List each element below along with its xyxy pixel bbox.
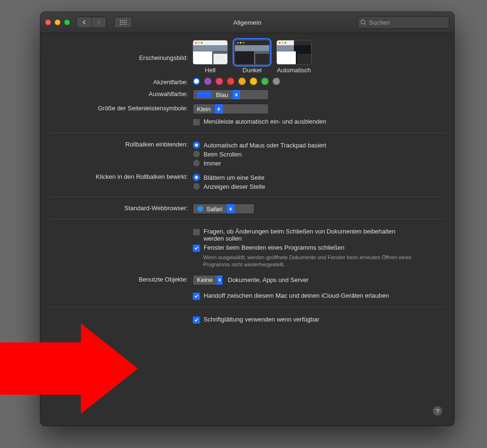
radio-option[interactable]: Anzeigen dieser Stelle <box>193 183 445 190</box>
accent-swatch[interactable] <box>204 78 212 85</box>
divider <box>50 307 445 307</box>
svg-point-2 <box>197 206 203 212</box>
ask-keep-changes-label: Fragen, ob Änderungen beim Schließen von… <box>204 228 408 242</box>
minimize-button[interactable] <box>55 19 60 25</box>
click-scroll-group: Blättern um eine SeiteAnzeigen dieser St… <box>193 172 445 192</box>
close-windows-label: Fenster beim Beenden eines Programms sch… <box>204 244 344 251</box>
menubar-autohide-checkbox[interactable]: Menüleiste automatisch ein- und ausblend… <box>193 118 445 126</box>
scrollbars-group: Automatisch auf Maus oder Trackpad basie… <box>193 140 445 168</box>
svg-line-1 <box>364 23 366 25</box>
appearance-label-dark: Dunkel <box>243 67 262 74</box>
label-highlight: Auswahlfarbe: <box>50 89 193 97</box>
forward-button[interactable] <box>92 17 106 28</box>
show-all-button[interactable] <box>114 17 132 28</box>
label-accent: Akzentfarbe: <box>50 78 193 86</box>
popup-arrows-icon <box>216 275 223 285</box>
accent-swatch[interactable] <box>227 78 234 85</box>
back-button[interactable] <box>77 17 92 28</box>
search-field[interactable] <box>357 16 449 29</box>
popup-arrows-icon <box>232 90 240 99</box>
accent-swatch[interactable] <box>215 78 223 85</box>
radio-option[interactable]: Immer <box>193 159 445 167</box>
search-icon <box>360 19 366 25</box>
appearance-option-auto[interactable] <box>276 40 312 65</box>
appearance-option-dark[interactable] <box>234 40 270 65</box>
radio-option[interactable]: Automatisch auf Maus oder Trackpad basie… <box>193 141 445 149</box>
nav-group <box>77 17 107 28</box>
appearance-option-light[interactable] <box>193 40 228 65</box>
svg-point-0 <box>361 20 365 24</box>
accent-swatch[interactable] <box>238 78 246 85</box>
accent-swatch[interactable] <box>250 78 257 85</box>
titlebar: Allgemein <box>40 12 454 33</box>
label-click-scroll: Klicken in den Rollbalken bewirkt: <box>50 172 193 180</box>
accent-swatch[interactable] <box>273 78 280 85</box>
ask-keep-changes-checkbox[interactable]: Fragen, ob Änderungen beim Schließen von… <box>193 228 445 242</box>
popup-arrows-icon <box>214 104 223 114</box>
divider <box>50 133 445 133</box>
label-recent-items: Benutzte Objekte: <box>50 275 193 283</box>
radio-option[interactable]: Blättern um eine Seite <box>193 174 445 181</box>
divider <box>50 196 445 197</box>
recent-items-popup[interactable]: Keine <box>193 275 223 285</box>
accent-swatch[interactable] <box>193 78 200 85</box>
accent-swatch[interactable] <box>261 78 269 85</box>
radio-option[interactable]: Beim Scrollen <box>193 150 445 158</box>
sidebar-size-popup[interactable]: Klein <box>193 104 269 114</box>
close-button[interactable] <box>45 19 51 25</box>
default-browser-value: Safari <box>206 205 223 213</box>
close-windows-subtext: Wenn ausgewählt, werden geöffnete Dokume… <box>203 254 427 268</box>
menubar-autohide-label: Menüleiste automatisch ein- und ausblend… <box>204 118 326 125</box>
recent-items-value: Keine <box>197 276 213 283</box>
highlight-swatch <box>197 92 211 97</box>
label-scrollbars: Rollbalken einblenden: <box>50 140 193 148</box>
popup-arrows-icon <box>226 204 234 214</box>
help-button[interactable]: ? <box>432 406 443 416</box>
accent-swatches <box>193 78 445 85</box>
font-smoothing-label: Schriftglättung verwenden wenn verfügbar <box>204 316 320 323</box>
label-sidebar-size: Größe der Seitenleistensymbole: <box>50 104 193 112</box>
label-default-browser: Standard-Webbrowser: <box>50 204 193 212</box>
handoff-checkbox[interactable]: Handoff zwischen diesem Mac und deinen i… <box>193 292 445 300</box>
prefs-window: Allgemein Erscheinungsbild: <box>40 12 454 426</box>
search-input[interactable] <box>368 19 446 27</box>
default-browser-popup[interactable]: Safari <box>193 204 254 214</box>
close-windows-checkbox[interactable]: Fenster beim Beenden eines Programms sch… <box>193 244 445 252</box>
appearance-label-auto: Automatisch <box>277 67 311 74</box>
appearance-label-light: Hell <box>205 67 215 74</box>
zoom-button[interactable] <box>64 19 70 25</box>
sidebar-size-value: Klein <box>197 106 211 113</box>
content: Erscheinungsbild: Hell <box>40 33 454 339</box>
font-smoothing-checkbox[interactable]: Schriftglättung verwenden wenn verfügbar <box>193 316 445 324</box>
recent-items-suffix: Dokumente, Apps und Server <box>228 276 309 283</box>
grid-icon <box>120 20 127 25</box>
safari-icon <box>197 205 204 212</box>
label-appearance: Erscheinungsbild: <box>50 40 193 61</box>
traffic-lights <box>45 19 73 25</box>
highlight-popup[interactable]: Blau <box>193 89 269 100</box>
highlight-value: Blau <box>216 91 228 98</box>
handoff-label: Handoff zwischen diesem Mac und deinen i… <box>204 292 389 299</box>
divider <box>50 219 445 219</box>
appearance-thumbs: Hell Dunkel <box>193 40 445 74</box>
